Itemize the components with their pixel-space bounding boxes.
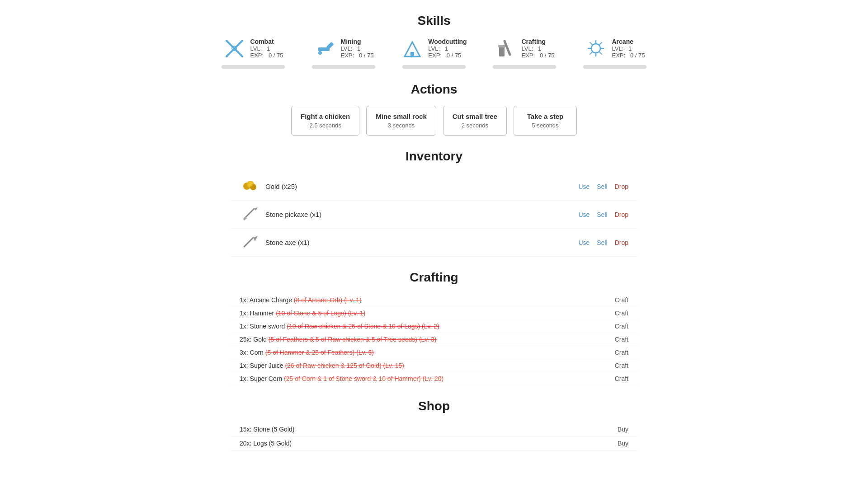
craft-btn-arcane-charge[interactable]: Craft xyxy=(615,296,628,304)
craft-req-super-juice: (26 of Raw chicken & 125 of Gold) xyxy=(285,362,381,369)
craft-req-super-corn: (25 of Corn & 1 of Stone sword & 10 of H… xyxy=(284,375,421,382)
skill-icon-crafting xyxy=(495,37,517,60)
craft-name-super-corn: 1x: Super Corn xyxy=(240,375,284,382)
buy-btn-logs[interactable]: Buy xyxy=(618,440,628,447)
craft-item-corn: 3x: Corn (5 of Hammer & 25 of Feathers) … xyxy=(231,346,637,359)
svg-marker-28 xyxy=(253,236,258,241)
item-actions-stone-axe: Use Sell Drop xyxy=(578,239,628,246)
svg-point-5 xyxy=(318,51,322,55)
skill-card-woodcutting: Woodcutting LVL: 1 EXP: 0 / 75 xyxy=(393,37,475,69)
craft-name-gold-25: 25x: Gold xyxy=(240,336,269,343)
inventory-item-stone-pickaxe: Stone pickaxe (x1) Use Sell Drop xyxy=(231,201,637,229)
item-icon-gold xyxy=(240,176,260,197)
skill-info-crafting: Crafting LVL: 1 EXP: 0 / 75 xyxy=(522,38,555,59)
craft-level-super-juice: (Lv. 15) xyxy=(382,362,404,369)
action-time-mine-small-rock: 3 seconds xyxy=(376,122,427,129)
craft-req-stone-sword: (10 of Raw chicken & 25 of Stone & 10 of… xyxy=(287,323,420,330)
craft-item-gold-25: 25x: Gold (5 of Feathers & 5 of Raw chic… xyxy=(231,333,637,346)
craft-req-hammer: (10 of Stone & 5 of Logs) xyxy=(276,310,346,317)
craft-name-super-juice: 1x: Super Juice xyxy=(240,362,285,369)
craft-level-super-corn: (Lv. 20) xyxy=(421,375,443,382)
craft-level-gold-25: (Lv. 3) xyxy=(417,336,437,343)
item-sell-stone-axe[interactable]: Sell xyxy=(597,239,607,246)
skill-icon-woodcutting xyxy=(401,37,424,60)
craft-req-corn: (5 of Hammer & 25 of Feathers) xyxy=(265,349,355,356)
skill-header-mining: Mining LVL: 1 EXP: 0 / 75 xyxy=(314,37,374,60)
craft-recipe-super-corn: 1x: Super Corn (25 of Corn & 1 of Stone … xyxy=(240,375,615,382)
buy-btn-stone[interactable]: Buy xyxy=(618,426,628,433)
item-drop-gold[interactable]: Drop xyxy=(615,183,628,190)
item-use-gold[interactable]: Use xyxy=(578,183,590,190)
skill-icon-combat xyxy=(223,37,246,60)
inventory-item-gold: Gold (x25) Use Sell Drop xyxy=(231,173,637,201)
craft-recipe-hammer: 1x: Hammer (10 of Stone & 5 of Logs) (Lv… xyxy=(240,310,615,317)
item-use-stone-pickaxe[interactable]: Use xyxy=(578,211,590,218)
craft-item-stone-sword: 1x: Stone sword (10 of Raw chicken & 25 … xyxy=(231,320,637,333)
craft-recipe-stone-sword: 1x: Stone sword (10 of Raw chicken & 25 … xyxy=(240,323,615,330)
craft-recipe-super-juice: 1x: Super Juice (26 of Raw chicken & 125… xyxy=(240,362,615,369)
craft-btn-gold-25[interactable]: Craft xyxy=(615,336,628,343)
shop-section: Shop 15x: Stone (5 Gold) Buy 20x: Logs (… xyxy=(231,399,637,450)
svg-line-17 xyxy=(599,52,602,54)
skill-lvl-mining: LVL: 1 xyxy=(341,45,374,52)
skills-grid: Combat LVL: 1 EXP: 0 / 75 Mining LVL: 1 … xyxy=(208,37,660,69)
skill-header-crafting: Crafting LVL: 1 EXP: 0 / 75 xyxy=(495,37,555,60)
skill-exp-combat: EXP: 0 / 75 xyxy=(250,52,283,59)
item-use-stone-axe[interactable]: Use xyxy=(578,239,590,246)
svg-rect-9 xyxy=(498,45,505,47)
skill-lvl-arcane: LVL: 1 xyxy=(612,45,645,52)
craft-item-super-corn: 1x: Super Corn (25 of Corn & 1 of Stone … xyxy=(231,372,637,385)
action-time-fight-chicken: 2.5 seconds xyxy=(301,122,350,129)
item-name-stone-pickaxe: Stone pickaxe (x1) xyxy=(265,211,578,218)
craft-btn-hammer[interactable]: Craft xyxy=(615,310,628,317)
skill-lvl-woodcutting: LVL: 1 xyxy=(428,45,467,52)
action-btn-take-a-step[interactable]: Take a step 5 seconds xyxy=(514,106,577,136)
craft-level-stone-sword: (Lv. 2) xyxy=(420,323,439,330)
skill-header-woodcutting: Woodcutting LVL: 1 EXP: 0 / 75 xyxy=(401,37,467,60)
svg-line-19 xyxy=(590,52,592,54)
craft-recipe-gold-25: 25x: Gold (5 of Feathers & 5 of Raw chic… xyxy=(240,336,615,343)
craft-item-hammer: 1x: Hammer (10 of Stone & 5 of Logs) (Lv… xyxy=(231,307,637,320)
item-drop-stone-axe[interactable]: Drop xyxy=(615,239,628,246)
svg-marker-25 xyxy=(254,207,258,211)
action-btn-fight-chicken[interactable]: Fight a chicken 2.5 seconds xyxy=(291,106,359,136)
crafting-title: Crafting xyxy=(231,270,637,285)
action-name-fight-chicken: Fight a chicken xyxy=(301,113,350,120)
action-time-take-a-step: 5 seconds xyxy=(523,122,567,129)
shop-item-logs: 20x: Logs (5 Gold) Buy xyxy=(231,436,637,450)
skill-bar-bg-crafting xyxy=(493,65,556,69)
item-sell-stone-pickaxe[interactable]: Sell xyxy=(597,211,607,218)
skill-lvl-crafting: LVL: 1 xyxy=(522,45,555,52)
action-name-take-a-step: Take a step xyxy=(523,113,567,120)
svg-line-10 xyxy=(505,41,510,55)
skill-header-combat: Combat LVL: 1 EXP: 0 / 75 xyxy=(223,37,283,60)
skill-exp-arcane: EXP: 0 / 75 xyxy=(612,52,645,59)
skill-icon-arcane xyxy=(585,37,608,60)
item-name-gold: Gold (x25) xyxy=(265,183,578,190)
skill-exp-mining: EXP: 0 / 75 xyxy=(341,52,374,59)
craft-btn-corn[interactable]: Craft xyxy=(615,349,628,356)
craft-btn-super-corn[interactable]: Craft xyxy=(615,375,628,382)
action-name-mine-small-rock: Mine small rock xyxy=(376,113,427,120)
inventory-title: Inventory xyxy=(231,149,637,164)
craft-btn-super-juice[interactable]: Craft xyxy=(615,362,628,369)
skill-info-combat: Combat LVL: 1 EXP: 0 / 75 xyxy=(250,38,283,59)
skill-name-woodcutting: Woodcutting xyxy=(428,38,467,45)
inventory-list: Gold (x25) Use Sell Drop Stone pickaxe (… xyxy=(231,173,637,257)
skill-icon-mining xyxy=(314,37,336,60)
skill-lvl-combat: LVL: 1 xyxy=(250,45,283,52)
item-icon-stone-pickaxe xyxy=(240,204,260,225)
craft-recipe-arcane-charge: 1x: Arcane Charge (8 of Arcane Orb) (Lv.… xyxy=(240,296,615,304)
svg-rect-8 xyxy=(499,47,505,56)
action-btn-mine-small-rock[interactable]: Mine small rock 3 seconds xyxy=(366,106,436,136)
skill-info-arcane: Arcane LVL: 1 EXP: 0 / 75 xyxy=(612,38,645,59)
svg-rect-7 xyxy=(410,52,414,57)
action-btn-cut-small-tree[interactable]: Cut small tree 2 seconds xyxy=(443,106,507,136)
craft-btn-stone-sword[interactable]: Craft xyxy=(615,323,628,330)
shop-item-name-stone: 15x: Stone (5 Gold) xyxy=(240,426,618,433)
skill-bar-bg-woodcutting xyxy=(402,65,466,69)
item-sell-gold[interactable]: Sell xyxy=(597,183,607,190)
craft-level-arcane-charge: (Lv. 1) xyxy=(342,296,362,304)
craft-name-stone-sword: 1x: Stone sword xyxy=(240,323,287,330)
item-drop-stone-pickaxe[interactable]: Drop xyxy=(615,211,628,218)
